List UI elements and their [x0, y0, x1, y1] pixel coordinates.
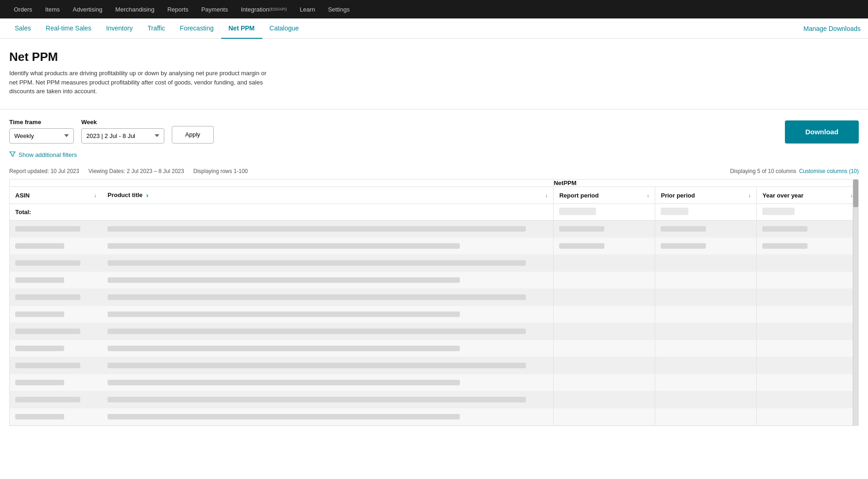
cell-prior — [655, 391, 757, 408]
sort-icon-report-period[interactable]: ↓ — [647, 192, 650, 198]
cell-prior — [655, 271, 757, 288]
data-table-wrapper: NetPPM ASIN ↓ — [9, 179, 859, 426]
week-label: Week — [81, 119, 164, 126]
top-nav-integration[interactable]: Integration(EDI/API) — [235, 0, 293, 18]
top-nav-reports[interactable]: Reports — [161, 0, 195, 18]
timeframe-select[interactable]: Weekly — [9, 128, 74, 144]
cell-asin — [10, 220, 102, 237]
cell-yoy — [757, 220, 858, 237]
scrollbar[interactable] — [853, 180, 858, 425]
top-nav-orders[interactable]: Orders — [7, 0, 39, 18]
report-meta: Report updated: 10 Jul 2023 Viewing Date… — [9, 168, 859, 174]
top-nav-settings[interactable]: Settings — [321, 0, 356, 18]
cell-asin — [10, 254, 102, 271]
apply-button[interactable]: Apply — [172, 126, 214, 144]
page-description: Identify what products are driving profi… — [9, 69, 268, 96]
total-prior-value — [661, 208, 688, 215]
week-select[interactable]: 2023 | 2 Jul - 8 Jul — [81, 128, 164, 144]
cell-title — [102, 323, 554, 340]
customise-columns-link[interactable]: Customise columns (10) — [799, 168, 859, 174]
sort-icon-product-title[interactable]: ↓ — [545, 192, 548, 198]
timeframe-label: Time frame — [9, 119, 74, 126]
cell-report — [554, 237, 655, 254]
sort-icon-prior-period[interactable]: ↓ — [748, 192, 751, 198]
col-header-prior-period[interactable]: Prior period ↓ — [655, 186, 757, 204]
table-row — [10, 408, 858, 425]
cell-title — [102, 408, 554, 425]
cell-asin — [10, 323, 102, 340]
sec-nav-links: Sales Real-time Sales Inventory Traffic … — [7, 18, 306, 39]
cell-yoy — [757, 408, 858, 425]
cell-yoy — [757, 357, 858, 374]
cell-report — [554, 271, 655, 288]
netppm-group-header: NetPPM — [554, 180, 858, 187]
tab-traffic[interactable]: Traffic — [140, 18, 172, 39]
cell-title — [102, 237, 554, 254]
table-row — [10, 288, 858, 305]
cell-title — [102, 271, 554, 288]
week-filter-group: Week 2023 | 2 Jul - 8 Jul — [81, 119, 164, 144]
manage-downloads-link[interactable]: Manage Downloads — [803, 25, 861, 32]
top-nav-items[interactable]: Items — [39, 0, 66, 18]
show-additional-filters[interactable]: Show additional filters — [9, 151, 859, 159]
cell-title — [102, 357, 554, 374]
col-header-asin[interactable]: ASIN ↓ — [10, 186, 102, 204]
tab-forecasting[interactable]: Forecasting — [173, 18, 221, 39]
cell-yoy — [757, 374, 858, 391]
cell-yoy — [757, 254, 858, 271]
group-empty-asin — [10, 180, 102, 187]
table-row — [10, 323, 858, 340]
cell-report — [554, 374, 655, 391]
cell-title — [102, 340, 554, 357]
cell-yoy — [757, 271, 858, 288]
page-title: Net PPM — [9, 50, 859, 64]
tab-inventory[interactable]: Inventory — [99, 18, 140, 39]
table-row — [10, 305, 858, 323]
top-nav-learn[interactable]: Learn — [293, 0, 321, 18]
tab-net-ppm[interactable]: Net PPM — [221, 18, 262, 39]
viewing-dates: Viewing Dates: 2 Jul 2023 – 8 Jul 2023 — [88, 168, 184, 174]
expand-icon-product-title[interactable]: › — [146, 192, 149, 199]
cell-prior — [655, 288, 757, 305]
cell-asin — [10, 288, 102, 305]
cell-asin — [10, 374, 102, 391]
report-updated: Report updated: 10 Jul 2023 — [9, 168, 79, 174]
col-header-report-period[interactable]: Report period ↓ — [554, 186, 655, 204]
columns-info: Displaying 5 of 10 columns Customise col… — [730, 168, 859, 174]
additional-filters-label: Show additional filters — [18, 151, 77, 158]
total-yoy-value — [762, 208, 795, 215]
sort-icon-asin[interactable]: ↓ — [94, 192, 97, 198]
cell-report — [554, 340, 655, 357]
cell-prior — [655, 254, 757, 271]
cell-yoy — [757, 391, 858, 408]
group-header-row: NetPPM — [10, 180, 858, 187]
top-nav-payments[interactable]: Payments — [195, 0, 235, 18]
total-prior-period — [655, 204, 757, 220]
table-row — [10, 237, 858, 254]
tab-realtime-sales[interactable]: Real-time Sales — [38, 18, 99, 39]
col-header-year-over-year[interactable]: Year over year ↓ — [757, 186, 858, 204]
cell-prior — [655, 357, 757, 374]
download-button[interactable]: Download — [785, 120, 859, 144]
cell-asin — [10, 237, 102, 254]
cell-prior — [655, 408, 757, 425]
table-row — [10, 391, 858, 408]
cell-yoy — [757, 323, 858, 340]
table-row — [10, 357, 858, 374]
table-row — [10, 340, 858, 357]
cell-yoy — [757, 305, 858, 323]
cell-asin — [10, 391, 102, 408]
top-nav-merchandising[interactable]: Merchandising — [109, 0, 161, 18]
cell-yoy — [757, 288, 858, 305]
cell-title — [102, 288, 554, 305]
top-nav-advertising[interactable]: Advertising — [66, 0, 109, 18]
displaying-rows: Displaying rows 1-100 — [193, 168, 248, 174]
total-label: Total: — [10, 204, 102, 220]
tab-catalogue[interactable]: Catalogue — [262, 18, 307, 39]
cell-report — [554, 305, 655, 323]
displaying-columns: Displaying 5 of 10 columns — [730, 168, 796, 174]
col-header-product-title[interactable]: Product title › ↓ — [102, 186, 554, 204]
tab-sales[interactable]: Sales — [7, 18, 38, 39]
cell-report — [554, 408, 655, 425]
cell-report — [554, 254, 655, 271]
